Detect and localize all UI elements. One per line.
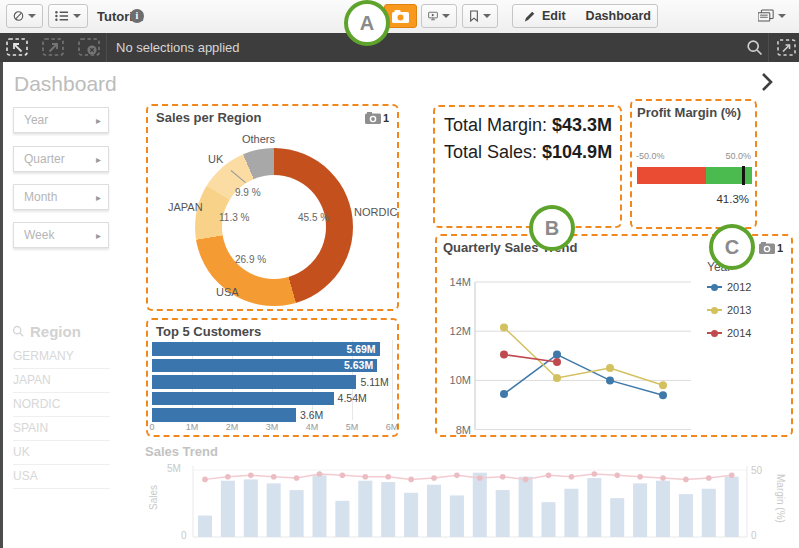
- gauge-bar[interactable]: [637, 167, 752, 184]
- data-point[interactable]: [454, 473, 460, 479]
- data-point[interactable]: [431, 475, 437, 481]
- chevron-right-icon: [760, 72, 774, 92]
- bar[interactable]: [725, 477, 739, 537]
- data-point[interactable]: [202, 477, 208, 483]
- bookmark-button[interactable]: [462, 4, 498, 28]
- data-point[interactable]: [248, 473, 254, 479]
- data-point[interactable]: [706, 475, 712, 481]
- filter-week[interactable]: Week: [13, 222, 109, 248]
- bar[interactable]: [358, 481, 372, 537]
- app-overview-menu-button[interactable]: [48, 4, 88, 28]
- bar[interactable]: [335, 501, 349, 537]
- data-point[interactable]: [553, 358, 561, 366]
- bar[interactable]: [290, 490, 304, 537]
- data-point[interactable]: [500, 390, 508, 398]
- bar[interactable]: [587, 478, 601, 537]
- data-point[interactable]: [683, 477, 689, 483]
- bar[interactable]: [542, 502, 556, 537]
- bar[interactable]: [404, 493, 418, 537]
- list-item[interactable]: JAPAN: [13, 369, 110, 393]
- data-point[interactable]: [660, 475, 666, 481]
- list-item[interactable]: SPAIN: [13, 417, 110, 441]
- data-point[interactable]: [500, 324, 508, 332]
- bar[interactable]: [564, 489, 578, 537]
- bar[interactable]: 5.63M: [152, 359, 377, 373]
- next-sheet-button[interactable]: [760, 72, 776, 92]
- legend-item[interactable]: 2013: [707, 303, 751, 317]
- bar[interactable]: [702, 489, 716, 537]
- smart-search-button[interactable]: [742, 37, 768, 58]
- list-item[interactable]: USA: [13, 465, 110, 489]
- filter-year[interactable]: Year: [13, 107, 109, 133]
- data-point[interactable]: [408, 477, 414, 483]
- sheet-navigator-button[interactable]: [752, 4, 792, 28]
- data-point[interactable]: [477, 475, 483, 481]
- list-item[interactable]: UK: [13, 441, 110, 465]
- data-point[interactable]: [553, 374, 561, 382]
- data-point[interactable]: [317, 471, 323, 477]
- data-point[interactable]: [592, 471, 598, 477]
- data-point[interactable]: [569, 474, 575, 480]
- profit-margin-panel[interactable]: Profit Margin (%) -50.0% 50.0% 41.3%: [630, 99, 757, 229]
- bar[interactable]: [496, 490, 510, 537]
- bar[interactable]: [656, 481, 670, 537]
- sheet-selector[interactable]: Dashboard: [576, 5, 661, 27]
- bar[interactable]: [450, 495, 464, 537]
- bar[interactable]: [152, 375, 356, 389]
- data-point[interactable]: [606, 376, 614, 384]
- data-point[interactable]: [225, 474, 231, 480]
- data-point[interactable]: [614, 473, 620, 479]
- bar[interactable]: [221, 481, 235, 537]
- filter-month[interactable]: Month: [13, 184, 109, 210]
- data-point[interactable]: [659, 381, 667, 389]
- data-point[interactable]: [500, 474, 506, 480]
- sales-per-region-panel[interactable]: Sales per Region 1 Others UK JAPAN NORDI…: [146, 104, 399, 311]
- data-point[interactable]: [294, 475, 300, 481]
- region-listbox-header[interactable]: Region: [12, 323, 81, 340]
- bar[interactable]: [519, 477, 533, 537]
- bar[interactable]: [152, 408, 296, 422]
- data-point[interactable]: [546, 473, 552, 479]
- edit-button[interactable]: Edit: [513, 5, 576, 27]
- data-point[interactable]: [385, 474, 391, 480]
- bar[interactable]: [244, 479, 258, 537]
- list-item[interactable]: GERMANY: [13, 345, 110, 369]
- bar[interactable]: [427, 485, 441, 537]
- bar[interactable]: [633, 483, 647, 537]
- top5-customers-panel[interactable]: Top 5 Customers 5.69M5.63M5.11M4.54M3.6M…: [146, 318, 399, 437]
- data-point[interactable]: [606, 364, 614, 372]
- data-point[interactable]: [500, 351, 508, 359]
- bar[interactable]: [313, 475, 327, 537]
- clear-selections-button[interactable]: [76, 37, 102, 58]
- bar[interactable]: [152, 392, 334, 406]
- info-icon[interactable]: i: [130, 9, 144, 23]
- data-point[interactable]: [637, 474, 643, 480]
- data-point[interactable]: [659, 391, 667, 399]
- data-point[interactable]: [340, 473, 346, 479]
- step-forward-selection-button[interactable]: [40, 37, 66, 58]
- legend-item[interactable]: 2014: [707, 326, 751, 340]
- data-point[interactable]: [553, 351, 561, 359]
- filter-quarter[interactable]: Quarter: [13, 146, 109, 172]
- camera-icon: [759, 242, 775, 254]
- bar[interactable]: [267, 483, 281, 537]
- data-point[interactable]: [363, 474, 369, 480]
- bar[interactable]: 5.69M: [152, 342, 380, 356]
- navigation-menu-button[interactable]: [6, 4, 43, 28]
- bar[interactable]: [610, 498, 624, 537]
- svg-text:10M: 10M: [450, 374, 471, 386]
- selections-tool-button[interactable]: [774, 37, 799, 58]
- step-back-selection-button[interactable]: [4, 37, 30, 58]
- kpi-panel[interactable]: Total Margin: $43.3M Total Sales: $104.9…: [433, 105, 622, 228]
- bar[interactable]: [381, 482, 395, 537]
- list-item[interactable]: NORDIC: [13, 393, 110, 417]
- legend-item[interactable]: 2012: [707, 280, 751, 294]
- story-play-button[interactable]: [421, 4, 457, 28]
- bar[interactable]: [679, 494, 693, 537]
- data-point[interactable]: [523, 477, 529, 483]
- data-point[interactable]: [729, 473, 735, 479]
- data-point[interactable]: [271, 474, 277, 480]
- sales-trend-chart[interactable]: Sales Trend 5M 0 50 0 Sales Margin (%): [145, 444, 799, 548]
- bar[interactable]: [473, 473, 487, 537]
- bar[interactable]: [198, 516, 212, 537]
